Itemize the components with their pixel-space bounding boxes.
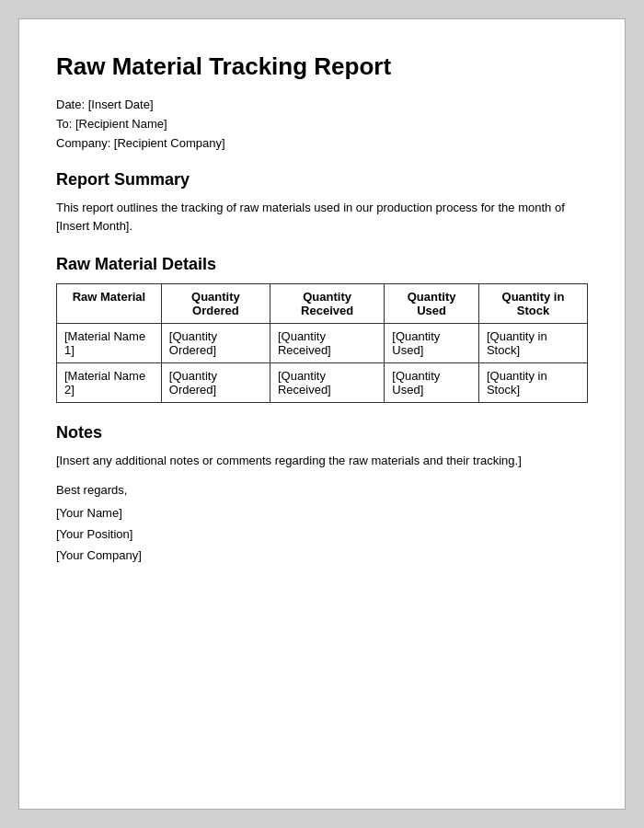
closing-regards: Best regards, <box>56 483 588 497</box>
material-details-heading: Raw Material Details <box>56 255 588 274</box>
col-header-stock: Quantity in Stock <box>478 284 587 324</box>
table-cell-0-0: [Material Name 1] <box>57 324 162 363</box>
table-header-row: Raw Material Quantity Ordered Quantity R… <box>57 284 588 324</box>
col-header-ordered: Quantity Ordered <box>161 284 270 324</box>
report-summary-text: This report outlines the tracking of raw… <box>56 199 588 235</box>
closing-position: [Your Position] <box>56 527 588 541</box>
table-row: [Material Name 2][Quantity Ordered][Quan… <box>57 363 588 403</box>
table-row: [Material Name 1][Quantity Ordered][Quan… <box>57 324 588 363</box>
table-cell-0-4: [Quantity in Stock] <box>478 324 587 363</box>
table-cell-0-3: [Quantity Used] <box>385 324 479 363</box>
date-line: Date: [Insert Date] <box>56 98 588 111</box>
closing-company: [Your Company] <box>56 548 588 562</box>
table-cell-1-3: [Quantity Used] <box>385 363 479 403</box>
notes-text: [Insert any additional notes or comments… <box>56 452 588 470</box>
table-cell-1-1: [Quantity Ordered] <box>161 363 270 403</box>
col-header-received: Quantity Received <box>270 284 384 324</box>
closing-name: [Your Name] <box>56 506 588 520</box>
report-summary-heading: Report Summary <box>56 170 588 190</box>
report-title: Raw Material Tracking Report <box>56 52 588 81</box>
table-cell-0-2: [Quantity Received] <box>270 324 384 363</box>
col-header-used: Quantity Used <box>385 284 479 324</box>
table-cell-1-2: [Quantity Received] <box>270 363 384 403</box>
notes-heading: Notes <box>56 423 588 443</box>
to-line: To: [Recipient Name] <box>56 117 588 131</box>
company-line: Company: [Recipient Company] <box>56 136 588 150</box>
table-cell-1-4: [Quantity in Stock] <box>478 363 587 403</box>
report-page: Raw Material Tracking Report Date: [Inse… <box>18 18 626 810</box>
table-cell-1-0: [Material Name 2] <box>57 363 162 403</box>
col-header-material: Raw Material <box>57 284 162 324</box>
table-cell-0-1: [Quantity Ordered] <box>161 324 270 363</box>
material-table: Raw Material Quantity Ordered Quantity R… <box>56 283 588 403</box>
